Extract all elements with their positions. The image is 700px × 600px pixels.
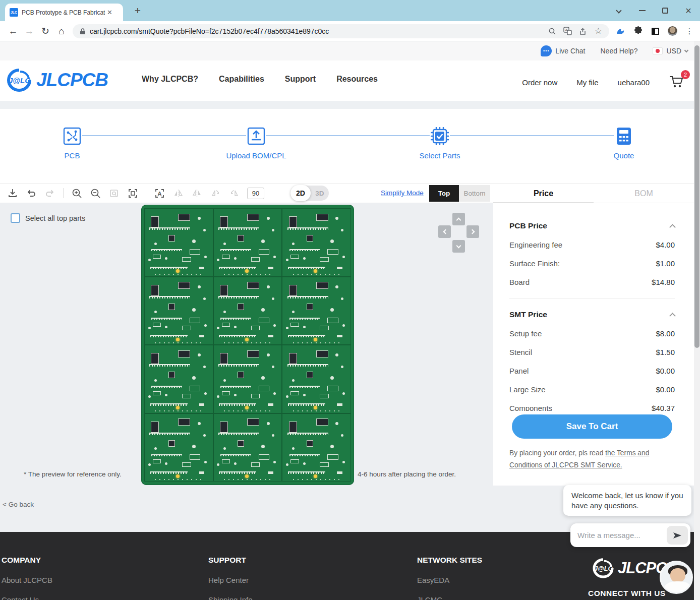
flip-vertical-icon[interactable] xyxy=(191,188,202,199)
pan-left-button[interactable] xyxy=(438,225,451,238)
nav-capabilities[interactable]: Capabilities xyxy=(219,75,264,84)
pcb-component-shape xyxy=(327,386,338,391)
flip-horizontal-icon[interactable] xyxy=(172,188,184,199)
username-link[interactable]: uehara00 xyxy=(618,78,650,87)
new-tab-button[interactable]: + xyxy=(131,4,144,17)
pcb-component-shape xyxy=(148,327,151,329)
nav-why-jlcpcb[interactable]: Why JLCPCB? xyxy=(142,75,198,84)
download-icon[interactable] xyxy=(7,188,18,199)
step-pcb[interactable]: PCB xyxy=(32,126,112,160)
view-mode-toggle[interactable]: 2D 3D xyxy=(290,186,329,201)
pcb-component-shape xyxy=(199,267,205,269)
pcb-component-shape xyxy=(220,353,227,364)
tab-price[interactable]: Price xyxy=(493,184,594,203)
footer-link-clipped[interactable]: Contact Us xyxy=(2,595,52,600)
view-2d-option[interactable]: 2D xyxy=(290,185,311,201)
pcb-component-shape xyxy=(330,308,334,312)
currency-selector[interactable]: USD xyxy=(653,47,688,55)
home-icon[interactable]: ⌂ xyxy=(53,26,70,37)
pcb-component-shape xyxy=(335,353,338,356)
wave-extension-icon[interactable] xyxy=(615,26,626,37)
dark-mode-extension-icon[interactable] xyxy=(650,26,661,37)
rotate-right-icon[interactable] xyxy=(228,188,240,199)
pcb-component-shape xyxy=(288,267,325,269)
pcb-component-shape xyxy=(273,392,276,395)
window-maximize-button[interactable] xyxy=(654,0,677,21)
scrollbar-thumb[interactable] xyxy=(694,45,699,348)
browser-menu-icon[interactable]: ⋮ xyxy=(684,26,695,37)
step-quote[interactable]: Quote xyxy=(584,126,664,160)
zoom-out-icon[interactable] xyxy=(90,188,101,199)
zoom-area-icon[interactable] xyxy=(108,188,120,199)
view-3d-option[interactable]: 3D xyxy=(311,190,329,197)
live-chat-button[interactable]: ••• Live Chat xyxy=(541,45,585,56)
pan-right-button[interactable] xyxy=(466,225,479,238)
pan-down-button[interactable] xyxy=(452,240,465,253)
footer-link-clipped[interactable]: JLCMC xyxy=(417,595,482,600)
pan-up-button[interactable] xyxy=(452,213,465,225)
send-message-button[interactable] xyxy=(667,526,688,545)
pcb-component-shape xyxy=(273,461,276,463)
jlcpcb-logo[interactable]: J@LC JLCPCB xyxy=(5,69,108,92)
nav-resources[interactable]: Resources xyxy=(336,75,378,84)
undo-icon[interactable] xyxy=(26,188,37,199)
order-now-link[interactable]: Order now xyxy=(522,78,557,87)
pcb-component-shape xyxy=(335,285,338,288)
window-close-button[interactable]: ✕ xyxy=(677,0,700,21)
side-top-option[interactable]: Top xyxy=(429,185,459,202)
chat-message-input[interactable] xyxy=(577,531,667,539)
simplify-mode-link[interactable]: Simplify Mode xyxy=(381,189,424,197)
browser-tab[interactable]: JLC PCB Prototype & PCB Fabrication ✕ xyxy=(5,4,123,21)
collapse-chevron-icon[interactable] xyxy=(669,313,676,319)
price-scroll-area[interactable]: PCB Price Engineering fee$4.00 Surface F… xyxy=(493,203,694,411)
pcb-component-shape xyxy=(192,308,196,312)
zoom-in-icon[interactable] xyxy=(71,188,82,199)
pcb-component-shape xyxy=(151,318,182,320)
chat-agent-avatar[interactable] xyxy=(660,561,693,594)
text-select-icon[interactable]: A xyxy=(154,188,165,199)
step-upload-bom[interactable]: Upload BOM/CPL xyxy=(216,126,297,160)
select-all-checkbox[interactable] xyxy=(11,213,20,223)
pcb-component-shape xyxy=(245,406,249,409)
browser-profile-avatar[interactable] xyxy=(667,26,678,37)
pcb-component-shape xyxy=(292,311,295,313)
pcb-component-shape xyxy=(259,249,270,255)
step-select-parts[interactable]: Select Parts xyxy=(399,126,480,160)
cart-button[interactable]: 2 xyxy=(669,75,686,90)
redo-icon[interactable] xyxy=(44,188,55,199)
page-scrollbar[interactable] xyxy=(694,41,700,600)
rotation-angle-input[interactable] xyxy=(247,188,264,199)
extensions-puzzle-icon[interactable] xyxy=(632,26,644,37)
footer-link-clipped[interactable]: Shipping Info xyxy=(208,595,253,600)
window-minimize-button[interactable] xyxy=(630,0,654,21)
rotate-left-icon[interactable] xyxy=(210,188,221,199)
window-chevron-icon[interactable] xyxy=(607,0,630,21)
search-icon[interactable] xyxy=(548,27,556,35)
need-help-link[interactable]: Need Help? xyxy=(601,47,638,55)
back-icon[interactable]: ← xyxy=(5,26,21,37)
share-icon[interactable] xyxy=(579,27,588,35)
footer-link-about[interactable]: About JLCPCB xyxy=(2,576,52,584)
reload-icon[interactable]: ↻ xyxy=(37,25,53,37)
price-row: Engineering fee$4.00 xyxy=(509,241,675,249)
pcb-component-shape xyxy=(223,311,226,313)
footer-link-help-center[interactable]: Help Center xyxy=(208,576,253,584)
bookmark-star-icon[interactable]: ☆ xyxy=(595,26,602,36)
forward-icon[interactable]: → xyxy=(21,26,37,37)
pcb-preview-image[interactable] xyxy=(141,205,354,485)
side-bottom-option[interactable]: Bottom xyxy=(459,185,490,202)
save-to-cart-button[interactable]: Save To Cart xyxy=(512,414,672,439)
pcb-component-shape xyxy=(317,351,328,357)
footer-link-easyeda[interactable]: EasyEDA xyxy=(417,576,482,584)
pcb-component-shape xyxy=(155,342,202,343)
collapse-chevron-icon[interactable] xyxy=(669,224,676,230)
fit-screen-icon[interactable] xyxy=(127,188,138,199)
url-field[interactable]: cart.jlcpcb.com/smtQuote?pcbFileNo=f2c71… xyxy=(73,24,609,38)
nav-support[interactable]: Support xyxy=(285,75,316,84)
select-all-top-parts[interactable]: Select all top parts xyxy=(11,213,85,223)
my-file-link[interactable]: My file xyxy=(576,78,598,87)
translate-icon[interactable]: A xyxy=(563,27,572,35)
tab-close-icon[interactable]: ✕ xyxy=(107,9,112,16)
go-back-link[interactable]: < Go back xyxy=(3,501,34,508)
tab-bom[interactable]: BOM xyxy=(594,184,694,203)
